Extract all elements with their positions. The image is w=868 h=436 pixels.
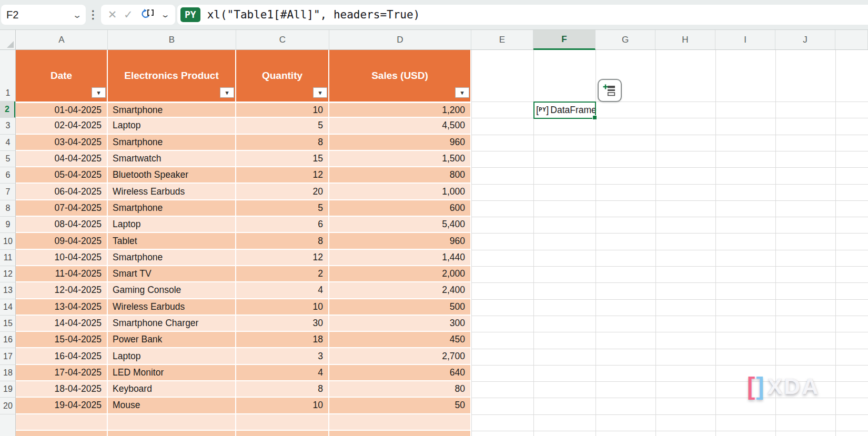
table-cell[interactable]: Keyboard — [108, 381, 236, 397]
table-cell[interactable]: 960 — [329, 233, 471, 248]
table-cell[interactable]: 5 — [236, 200, 329, 216]
table-cell[interactable]: 1,000 — [329, 184, 471, 199]
row-header[interactable]: 16 — [0, 332, 16, 348]
table-row[interactable]: 03-04-2025Smartphone8960 — [16, 135, 471, 151]
name-box[interactable]: F2 ⌄ — [1, 5, 86, 25]
fill-handle[interactable] — [592, 115, 597, 120]
table-cell[interactable]: 12 — [236, 167, 329, 182]
python-object-icon[interactable] — [139, 7, 155, 22]
table-row[interactable]: 06-04-2025Wireless Earbuds201,000 — [16, 184, 471, 200]
filter-dropdown-icon[interactable]: ▾ — [220, 87, 234, 98]
table-cell[interactable] — [236, 431, 329, 436]
table-cell[interactable]: 6 — [236, 217, 329, 232]
table-cell[interactable]: 09-04-2025 — [16, 233, 108, 248]
cell-selection-f2[interactable] — [533, 102, 596, 119]
table-cell[interactable]: 1,200 — [329, 103, 471, 117]
table-cell[interactable]: Smartwatch — [108, 151, 236, 166]
row-header[interactable]: 17 — [0, 349, 16, 365]
table-cell[interactable] — [16, 414, 108, 430]
table-cell[interactable]: Smartphone — [108, 200, 236, 216]
table-cell[interactable]: 12-04-2025 — [16, 282, 108, 298]
cancel-icon[interactable]: ✕ — [108, 8, 117, 21]
table-row[interactable]: 12-04-2025Gaming Console42,400 — [16, 282, 471, 299]
table-cell[interactable]: 02-04-2025 — [16, 118, 108, 133]
table-cell[interactable]: 19-04-2025 — [16, 398, 108, 413]
column-header[interactable]: B — [108, 30, 236, 49]
table-cell[interactable]: 1,500 — [329, 151, 471, 166]
table-cell[interactable]: 04-04-2025 — [16, 151, 108, 166]
column-header[interactable]: G — [596, 30, 655, 49]
table-cell[interactable] — [108, 431, 236, 436]
table-cell[interactable]: LED Monitor — [108, 365, 236, 380]
column-header[interactable]: I — [715, 30, 775, 49]
row-header[interactable]: 9 — [0, 217, 16, 233]
table-cell[interactable]: 300 — [329, 316, 471, 331]
table-cell[interactable]: 2 — [236, 266, 329, 281]
table-row[interactable]: 19-04-2025Mouse1050 — [16, 398, 471, 414]
table-row[interactable]: 05-04-2025Bluetooth Speaker12800 — [16, 167, 471, 184]
table-cell[interactable]: 800 — [329, 167, 471, 182]
table-cell[interactable] — [329, 431, 471, 436]
row-header[interactable]: 2 — [0, 102, 16, 118]
table-cell[interactable]: 4,500 — [329, 118, 471, 133]
table-row[interactable]: 17-04-2025LED Monitor4640 — [16, 365, 471, 381]
table-cell[interactable]: 10 — [236, 299, 329, 315]
table-row[interactable]: 15-04-2025Power Bank18450 — [16, 332, 471, 348]
table-cell[interactable]: 2,400 — [329, 282, 471, 298]
table-row[interactable]: 08-04-2025Laptop65,400 — [16, 217, 471, 233]
table-cell[interactable]: 18-04-2025 — [16, 381, 108, 397]
table-cell[interactable]: 8 — [236, 233, 329, 248]
table-cell[interactable]: Wireless Earbuds — [108, 184, 236, 199]
table-cell[interactable]: Power Bank — [108, 332, 236, 347]
table-row[interactable] — [16, 431, 471, 436]
row-header[interactable]: 6 — [0, 167, 16, 184]
row-header[interactable]: 5 — [0, 151, 16, 167]
table-cell[interactable]: 640 — [329, 365, 471, 380]
table-cell[interactable]: 07-04-2025 — [16, 200, 108, 216]
table-cell[interactable]: 500 — [329, 299, 471, 315]
row-header[interactable]: 11 — [0, 250, 16, 266]
row-header[interactable]: 19 — [0, 381, 16, 398]
table-cell[interactable]: 8 — [236, 381, 329, 397]
table-cell[interactable]: 10 — [236, 103, 329, 117]
table-cell[interactable]: Bluetooth Speaker — [108, 167, 236, 182]
row-header[interactable]: 8 — [0, 200, 16, 217]
table-row[interactable]: 11-04-2025Smart TV22,000 — [16, 266, 471, 282]
table-cell[interactable]: 14-04-2025 — [16, 316, 108, 331]
table-row[interactable]: 07-04-2025Smartphone5600 — [16, 200, 471, 217]
row-header[interactable]: 15 — [0, 316, 16, 332]
table-cell[interactable]: 4 — [236, 282, 329, 298]
table-cell[interactable]: Wireless Earbuds — [108, 299, 236, 315]
table-cell[interactable]: 03-04-2025 — [16, 135, 108, 150]
table-cell[interactable]: 10 — [236, 398, 329, 413]
table-cell[interactable]: 8 — [236, 135, 329, 150]
filter-dropdown-icon[interactable]: ▾ — [313, 87, 327, 98]
table-cell[interactable]: 80 — [329, 381, 471, 397]
table-cell[interactable]: 30 — [236, 316, 329, 331]
row-header[interactable]: 4 — [0, 135, 16, 151]
enter-icon[interactable]: ✓ — [124, 8, 133, 21]
table-cell[interactable]: 08-04-2025 — [16, 217, 108, 232]
table-cell[interactable] — [108, 414, 236, 430]
table-cell[interactable]: Tablet — [108, 233, 236, 248]
table-row[interactable]: 01-04-2025Smartphone101,200 — [16, 102, 471, 118]
table-cell[interactable]: 450 — [329, 332, 471, 347]
table-cell[interactable]: 600 — [329, 200, 471, 216]
table-cell[interactable]: Laptop — [108, 217, 236, 232]
select-all-corner[interactable] — [0, 30, 16, 49]
table-cell[interactable]: Mouse — [108, 398, 236, 413]
table-cell[interactable]: Smartphone — [108, 250, 236, 265]
table-cell[interactable]: 01-04-2025 — [16, 103, 108, 117]
column-header[interactable]: J — [775, 30, 835, 49]
table-row[interactable]: 10-04-2025Smartphone121,440 — [16, 250, 471, 266]
row-header[interactable]: 12 — [0, 266, 16, 282]
column-header[interactable]: A — [16, 30, 108, 49]
table-cell[interactable]: Smartphone — [108, 103, 236, 117]
row-header[interactable]: 3 — [0, 118, 16, 134]
column-header[interactable]: C — [236, 30, 329, 49]
row-header[interactable]: 18 — [0, 365, 16, 381]
column-header[interactable] — [835, 30, 868, 49]
table-cell[interactable]: 06-04-2025 — [16, 184, 108, 199]
column-header[interactable]: D — [329, 30, 471, 49]
table-cell[interactable] — [329, 414, 471, 430]
